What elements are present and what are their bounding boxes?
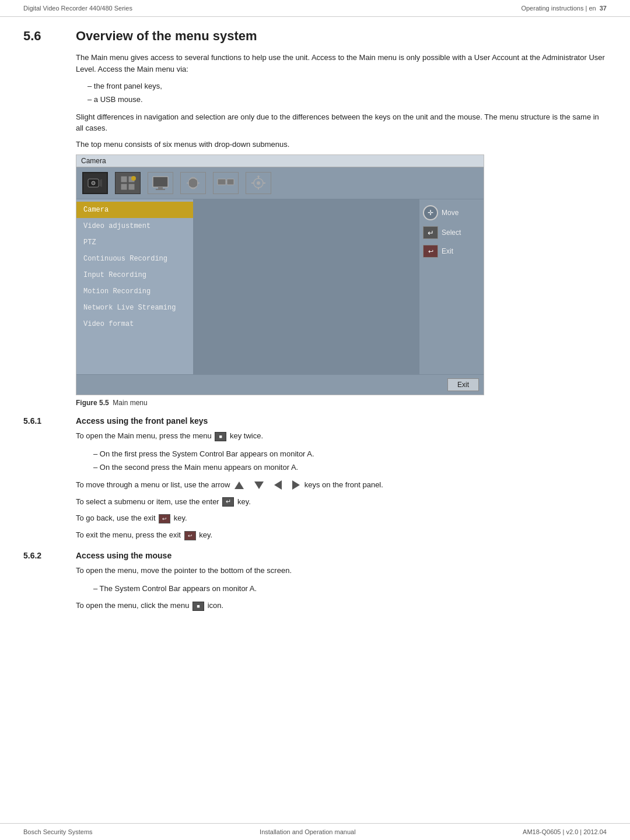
subsection-562-number: 5.6.2 [23, 551, 58, 560]
exit-key-icon-2: ↩ [184, 531, 196, 540]
menu-body: Camera Video adjustment PTZ Continuous R… [76, 199, 484, 374]
intro-bullet-list: the front panel keys, a USB mouse. [88, 79, 607, 107]
grid-svg-icon [120, 175, 136, 191]
bullet-item: the front panel keys, [88, 79, 607, 93]
sub-bullet-item: On the second press the Main menu appear… [93, 461, 607, 474]
svg-rect-5 [121, 184, 127, 190]
subsection-562-title: Access using the mouse [76, 551, 172, 560]
page-header: Digital Video Recorder 440/480 Series Op… [0, 0, 630, 17]
menu-exit-button[interactable]: Exit [447, 378, 479, 391]
sub-561-bullet-list: On the first press the System Control Ba… [93, 447, 607, 475]
menu-item-network-live-streaming[interactable]: Network Live Streaming [76, 300, 193, 316]
menu-sidebar: Camera Video adjustment PTZ Continuous R… [76, 199, 193, 374]
arrow-right-icon [292, 480, 300, 490]
menu-item-motion-recording[interactable]: Motion Recording [76, 283, 193, 300]
figure-caption-label: Figure 5.5 [76, 399, 109, 407]
footer-center: Installation and Operation manual [260, 828, 356, 835]
sub-bullet-item: On the first press the System Control Ba… [93, 447, 607, 461]
menu-right-exit: ↩ Exit [423, 245, 453, 258]
monitor-svg-icon [152, 175, 169, 191]
sub-562-para2: To open the menu, click the menu ■ icon. [76, 600, 607, 612]
arrow-left-icon [274, 480, 282, 490]
menu-icon-network[interactable] [213, 172, 239, 194]
section-title: Overview of the menu system [76, 29, 257, 44]
arrow-up-icon [235, 481, 244, 489]
menu-key-icon: ■ [215, 432, 226, 441]
sub-561-para5: To exit the menu, press the exit ↩ key. [76, 529, 607, 542]
sub-561-para4: To go back, use the exit ↩ key. [76, 512, 607, 525]
camera-svg-icon [87, 177, 103, 189]
page-number: 37 [600, 5, 607, 12]
main-content: 5.6 Overview of the menu system The Main… [0, 17, 630, 652]
menu-main-area [193, 199, 419, 374]
ptz-svg-icon [249, 175, 268, 191]
footer-right: AM18-Q0605 | v2.0 | 2012.04 [523, 828, 607, 835]
move-icon: ✛ [423, 205, 438, 220]
section-para3: The top menu consists of six menus with … [76, 139, 607, 150]
enter-key-icon: ↵ [222, 497, 234, 507]
menu-title-bar: Camera [76, 155, 484, 167]
svg-rect-14 [218, 179, 226, 185]
header-left: Digital Video Recorder 440/480 Series [23, 5, 132, 12]
exit-key-icon-1: ↩ [159, 514, 170, 523]
svg-point-23 [257, 181, 260, 185]
svg-point-2 [92, 181, 95, 185]
sub-561-para2: To move through a menu or list, use the … [76, 479, 607, 491]
svg-rect-8 [153, 177, 168, 187]
subsection-561-heading: 5.6.1 Access using the front panel keys [23, 416, 607, 426]
header-right: Operating instructions | en 37 [521, 5, 607, 12]
menu-right-select: ↵ Select [423, 226, 461, 239]
menu-right-move: ✛ Move [423, 205, 459, 220]
subsection-562-heading: 5.6.2 Access using the mouse [23, 551, 607, 560]
sub-561-para3: To select a submenu or item, use the ent… [76, 496, 607, 508]
figure-caption: Figure 5.5 Main menu [76, 399, 607, 407]
svg-rect-6 [128, 184, 135, 190]
sub-561-para1: To open the Main menu, press the menu ■ … [76, 430, 607, 442]
bullet-item: a USB mouse. [88, 93, 607, 106]
svg-rect-10 [156, 189, 165, 190]
menu-item-ptz[interactable]: PTZ [76, 234, 193, 251]
menu-bottom-bar: Exit [76, 374, 484, 395]
arrow-icons [235, 480, 300, 490]
arrow-down-icon [254, 481, 264, 489]
menu-icon-bar [76, 167, 484, 199]
sub-bullet-item: The System Control Bar appears on monito… [93, 582, 607, 595]
subsection-561-title: Access using the front panel keys [76, 416, 208, 426]
select-icon: ↵ [423, 226, 438, 239]
subsection-561-number: 5.6.1 [23, 416, 58, 426]
figure-caption-text: Main menu [113, 399, 147, 407]
menu-item-camera[interactable]: Camera [76, 202, 193, 218]
svg-marker-19 [257, 175, 260, 177]
svg-rect-3 [121, 176, 127, 182]
menu-right-panel: ✛ Move ↵ Select ↩ Exit [419, 199, 484, 374]
menu-icon-camera[interactable] [82, 172, 108, 194]
sub-562-bullet-list: The System Control Bar appears on monito… [93, 582, 607, 595]
section-intro: The Main menu gives access to several fu… [76, 52, 607, 75]
menu-screenshot: Camera [76, 154, 484, 395]
section-number: 5.6 [23, 29, 58, 44]
menu-icon-ptz[interactable] [246, 172, 271, 194]
menu-icon-monitor[interactable] [148, 172, 173, 194]
page-footer: Bosch Security Systems Installation and … [0, 823, 630, 840]
motion-svg-icon [184, 175, 202, 191]
footer-left: Bosch Security Systems [23, 828, 93, 835]
section-heading: 5.6 Overview of the menu system [23, 29, 607, 44]
svg-rect-15 [227, 179, 234, 185]
menu-item-input-recording[interactable]: Input Recording [76, 267, 193, 283]
menu-item-video-format[interactable]: Video format [76, 316, 193, 332]
exit-icon: ↩ [423, 245, 438, 258]
menu-item-continuous-recording[interactable]: Continuous Recording [76, 251, 193, 267]
menu-icon-motion[interactable] [180, 172, 206, 194]
menu-item-video-adjustment[interactable]: Video adjustment [76, 218, 193, 234]
menu-icon-inline: ■ [192, 602, 204, 611]
svg-marker-1 [99, 179, 102, 187]
section-para2: Slight differences in navigation and sel… [76, 111, 607, 134]
sub-562-para1: To open the menu, move the pointer to th… [76, 565, 607, 577]
svg-point-7 [131, 176, 136, 181]
network-svg-icon [216, 175, 235, 191]
menu-icon-grid[interactable] [115, 172, 141, 194]
